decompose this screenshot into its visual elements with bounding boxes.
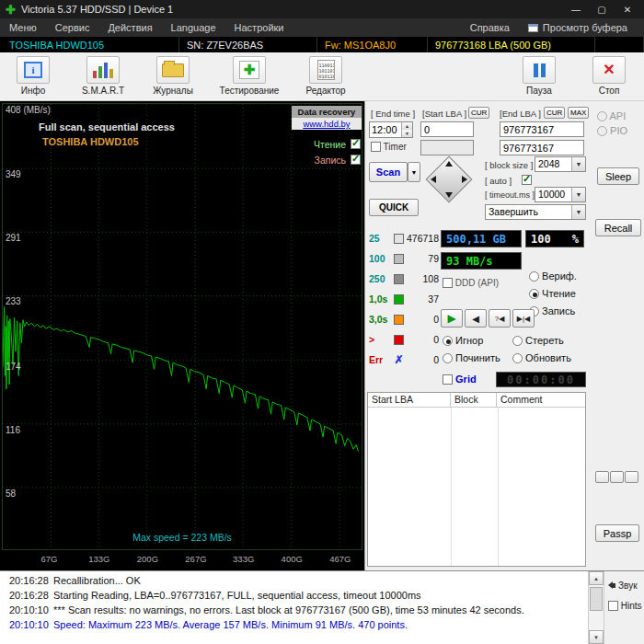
refresh-radio[interactable]: Обновить [512,352,571,363]
menu-language[interactable]: Language [162,22,225,33]
erase-radio[interactable]: Стереть [512,335,564,346]
test-cross-icon: ✚ [239,61,259,79]
col-start-lba[interactable]: Start LBA [368,393,451,407]
end-lba-max-button[interactable]: MAX [568,107,589,119]
close-button[interactable]: ✕ [615,5,640,15]
legend-read-checkbox[interactable] [351,139,361,149]
ddd-api-checkbox[interactable]: DDD (API) [443,278,499,288]
log-entry: 20:10:10*** Scan results: no warnings, n… [0,604,587,619]
end-lba-input-2[interactable] [500,140,584,155]
legend-write-checkbox[interactable] [351,155,361,165]
lcd-speed: 93 MB/s [441,252,522,270]
timer-checkbox[interactable]: Timer [371,142,407,152]
log-entry: 20:10:10Speed: Maximum 223 MB/s. Average… [0,619,587,634]
scroll-up-icon[interactable]: ▲ [589,571,604,585]
menu-help[interactable]: Справка [461,22,519,33]
sound-toggle[interactable]: Звук [608,581,638,591]
hddby-badge: Data recovery www.hdd.by [292,106,362,130]
block-size-select[interactable]: 2048 [535,156,586,172]
graph-title: Full scan, sequential access [39,121,175,132]
end-lba-cur-button[interactable]: CUR [544,107,565,119]
mini-button-2[interactable] [610,471,624,483]
quick-button[interactable]: QUICK [369,199,419,216]
verify-radio[interactable]: Вериф. [529,270,577,282]
minimize-button[interactable]: — [563,5,589,15]
mini-button-3[interactable] [625,471,638,483]
scan-button[interactable]: Scan [369,162,408,182]
block-size-label: [ block size ] [485,160,533,170]
repair-radio[interactable]: Починить [443,352,500,363]
menu-menu[interactable]: Меню [0,22,46,33]
defect-table[interactable]: Start LBA Block Comment [367,392,586,567]
device-firmware: Fw: MS1OA8J0 [317,37,428,52]
menu-actions[interactable]: Действия [98,22,161,33]
device-model: TOSHIBA HDWD105 [0,37,179,52]
start-scan-button[interactable]: ▶ [441,309,463,328]
defect-table-header: Start LBA Block Comment [368,393,585,408]
y-axis-tick: 291 [6,233,21,243]
logs-button[interactable]: Журналы [147,56,199,96]
ignore-radio[interactable]: Игнор [443,335,483,346]
menubar: Меню Сервис Действия Language Настройки … [0,18,644,37]
lcd-percent: 100% [525,230,584,247]
col-block[interactable]: Block [451,393,497,407]
step-back-button[interactable]: ◀ [465,309,487,328]
end-time-input[interactable] [370,122,401,137]
write-radio[interactable]: Запись [529,305,575,316]
jog-dpad[interactable] [422,153,476,206]
x-axis-tick: 400G [282,554,303,564]
passp-button[interactable]: Passp [595,524,639,542]
col-comment[interactable]: Comment [497,393,585,407]
device-info-bar: TOSHIBA HDWD105 SN: Z7EV26BAS Fw: MS1OA8… [0,37,644,52]
maximize-button[interactable]: ▢ [589,5,615,15]
grid-checkbox-box [443,374,453,385]
test-button[interactable]: ✚ Тестирование [217,56,282,96]
y-axis-tick: 408 (MB/s) [6,105,51,115]
pio-radio-circle [597,126,607,136]
pio-radio[interactable]: PIO [597,125,627,136]
dpad-left-icon [431,176,436,183]
speed-graph [2,103,362,550]
scan-dropdown-button[interactable]: ▼ [408,162,420,182]
journal-icon [162,63,184,77]
info-button[interactable]: i Инфо [7,56,59,96]
end-time-spinner[interactable]: ▲▼ [369,121,413,138]
finish-action-select[interactable]: Завершить [485,204,586,220]
dpad-up-icon [445,161,453,167]
menu-service[interactable]: Сервис [46,22,99,33]
timeout-select[interactable]: 10000 [535,187,586,202]
sleep-button[interactable]: Sleep [597,167,639,185]
scroll-down-icon[interactable]: ▼ [589,630,604,644]
end-time-label: [ End time ] [371,109,415,119]
graph-device-label: TOSHIBA HDWD105 [42,136,139,147]
spin-up-icon: ▲ [401,122,412,130]
recall-button[interactable]: Recall [595,219,641,236]
grid-checkbox[interactable]: Grid [443,374,477,385]
main-area: 408 (MB/s)34929123317411658 67G133G200G2… [0,101,644,570]
log-scrollbar[interactable]: ▲ ▼ [588,571,604,644]
titlebar: ✚ Victoria 5.37 HDD/SSD | Device 1 — ▢ ✕ [0,0,644,18]
jump-edge-button[interactable]: ▶|◀ [512,309,535,328]
smart-button[interactable]: S.M.A.R.T [77,56,129,96]
jump-defect-button[interactable]: ?◀ [489,309,511,328]
read-radio[interactable]: Чтение [529,288,576,299]
pause-button[interactable]: Пауза [513,56,565,96]
elapsed-clock: 00:00:00 [496,372,586,387]
api-radio[interactable]: API [597,110,626,121]
dpad-down-icon [445,192,453,198]
start-lba-input[interactable] [420,121,474,137]
stop-x-icon: ✕ [603,63,615,77]
menu-settings[interactable]: Настройки [225,22,293,33]
stop-button[interactable]: ✕ Стоп [583,56,635,96]
auto-checkbox[interactable] [522,175,532,185]
y-axis-tick: 58 [6,489,16,499]
app-icon: ✚ [6,3,16,17]
badge-link[interactable]: www.hdd.by [292,118,362,130]
start-lba-cur-button[interactable]: CUR [468,107,489,119]
hints-checkbox[interactable]: Hints [608,601,642,611]
end-lba-input[interactable] [500,121,584,137]
menu-buffer-view[interactable]: Просмотр буфера [519,22,637,33]
scroll-thumb[interactable] [590,587,603,611]
editor-button[interactable]: 110011101101010110 Редактор [300,56,351,96]
mini-button-1[interactable] [595,471,609,483]
